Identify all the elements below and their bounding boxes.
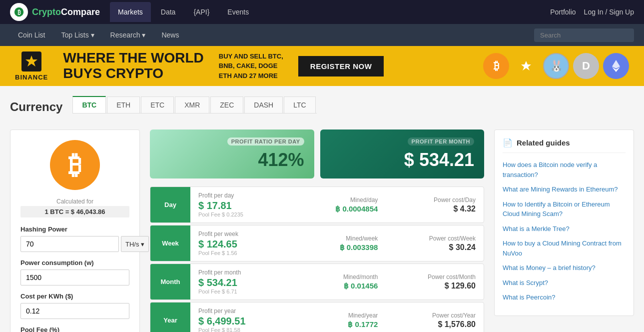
content-grid: ₿ Calculated for 1 BTC = $ 46,043.86 Has…	[10, 130, 634, 332]
hashing-power-label: Hashing Power	[20, 226, 129, 233]
btc-price-display: 1 BTC = $ 46,043.86	[20, 206, 129, 218]
mined-value: ฿ 0.0004854	[335, 204, 378, 214]
profit-month-value: $ 534.21	[404, 150, 474, 170]
sec-nav-news[interactable]: News	[153, 24, 187, 46]
banner-headline: WHERE THE WORLD BUYS CRYPTO	[63, 50, 204, 82]
profit-title: Profit per day	[198, 192, 234, 199]
hashing-power-unit[interactable]: TH/s ▾	[121, 236, 149, 252]
sec-nav-research[interactable]: Research ▾	[102, 24, 154, 46]
secondary-navigation: Coin List Top Lists ▾ Research ▾ News	[0, 24, 644, 46]
profit-row: Month Profit per month $ 534.21 Pool Fee…	[150, 264, 484, 300]
tab-ltc[interactable]: LTC	[284, 96, 315, 113]
cost-value: $ 4.32	[454, 204, 476, 214]
tab-btc[interactable]: BTC	[72, 96, 106, 113]
tab-eth[interactable]: ETH	[107, 96, 140, 113]
guide-link[interactable]: What are Mining Rewards in Ethereum?	[503, 184, 626, 194]
nav-data[interactable]: Data	[153, 2, 184, 22]
tab-xmr[interactable]: XMR	[175, 96, 209, 113]
svg-marker-3	[521, 61, 531, 70]
profit-row: Year Profit per year $ 6,499.51 Pool Fee…	[150, 302, 484, 332]
currency-tabs: BTC ETH ETC XMR ZEC DASH LTC	[72, 96, 316, 114]
period-label: Week	[150, 226, 190, 261]
sec-nav-toplists[interactable]: Top Lists ▾	[53, 24, 102, 46]
mined-value: ฿ 0.1772	[348, 320, 378, 329]
cost-cell: Power cost/Year $ 1,576.80	[386, 307, 484, 332]
mined-title: Mined/week	[346, 235, 378, 242]
pool-fee-label: Pool Fee (%)	[20, 326, 129, 332]
chevron-down-icon: ▾	[141, 240, 144, 248]
mined-title: Mined/year	[348, 312, 378, 319]
power-consumption-label: Power consumption (w)	[20, 259, 129, 266]
profit-amount: $ 534.21	[198, 277, 237, 288]
svg-text:₿: ₿	[17, 9, 21, 16]
profit-title: Profit per week	[198, 230, 238, 238]
guide-link[interactable]: How does a Bitcoin node verify a transac…	[503, 160, 626, 180]
guide-link[interactable]: What is Scrypt?	[503, 278, 626, 288]
calc-label: Calculated for	[56, 198, 93, 205]
profit-amount: $ 6,499.51	[198, 316, 246, 327]
cost-cell: Power cost/Week $ 30.24	[386, 230, 484, 257]
power-consumption-group: Power consumption (w)	[20, 259, 129, 286]
profit-amount: $ 17.81	[198, 200, 232, 212]
portfolio-link[interactable]: Portfolio	[550, 8, 576, 16]
guide-link[interactable]: How to buy a Cloud Mining Contract from …	[503, 238, 626, 258]
binance-logo-icon	[21, 52, 41, 72]
guide-link[interactable]: What is Peercoin?	[503, 292, 626, 302]
calculator-panel: ₿ Calculated for 1 BTC = $ 46,043.86 Has…	[10, 130, 140, 332]
nav-events[interactable]: Events	[219, 2, 257, 22]
profit-per-month-card: PROFIT PER MONTH $ 534.21	[320, 130, 485, 178]
cost-cell: Power cost/Month $ 129.60	[386, 268, 484, 296]
svg-marker-2	[25, 56, 37, 66]
banner-headline-line2: BUYS CRYPTO	[63, 66, 204, 82]
login-signup-link[interactable]: Log In / Sign Up	[584, 8, 634, 16]
profit-main: Profit per day $ 17.81 Pool Fee $ 0.2235	[190, 187, 288, 222]
btc-symbol: ₿	[68, 150, 81, 180]
cost-per-kwh-input[interactable]	[20, 303, 129, 319]
cost-per-kwh-group: Cost per KWh ($)	[20, 292, 129, 319]
binance-brand-text: BINANCE	[15, 74, 48, 81]
profit-ratio-value: 412%	[258, 150, 304, 170]
mined-cell: Mined/month ฿ 0.01456	[288, 268, 386, 296]
tab-zec[interactable]: ZEC	[210, 96, 243, 113]
profit-title: Profit per year	[198, 308, 236, 314]
tab-dash[interactable]: DASH	[244, 96, 283, 113]
mined-value: ฿ 0.01456	[344, 282, 378, 290]
mined-cell: Mined/year ฿ 0.1772	[288, 307, 386, 332]
cost-title: Power cost/Day	[434, 196, 476, 204]
guide-link[interactable]: What is a Merkle Tree?	[503, 224, 626, 234]
sec-nav-coinlist[interactable]: Coin List	[10, 24, 53, 46]
top-nav-right: Portfolio Log In / Sign Up	[550, 8, 634, 16]
power-consumption-input[interactable]	[20, 270, 129, 286]
profit-title: Profit per month	[198, 269, 241, 276]
profit-row: Week Profit per week $ 124.65 Pool Fee $…	[150, 225, 484, 262]
logo[interactable]: ₿ CryptoCompare	[10, 3, 100, 21]
nav-api[interactable]: {API}	[185, 2, 217, 22]
pool-fee: Pool Fee $ 0.2235	[198, 212, 243, 218]
profit-month-label: PROFIT PER MONTH	[408, 138, 474, 146]
cost-per-kwh-label: Cost per KWh ($)	[20, 292, 129, 300]
document-icon: 📄	[503, 138, 513, 148]
guide-link[interactable]: What is Money – a brief history?	[503, 263, 626, 273]
register-now-button[interactable]: REGISTER NOW	[298, 56, 384, 76]
hashing-power-input[interactable]	[20, 236, 119, 252]
guide-link[interactable]: How to Identify a Bitcoin or Ethereum Cl…	[503, 200, 626, 219]
nav-markets[interactable]: Markets	[110, 2, 151, 22]
binance-logo: BINANCE	[15, 52, 48, 81]
profit-main: Profit per week $ 124.65 Pool Fee $ 1.56	[190, 226, 288, 261]
tab-etc[interactable]: ETC	[141, 96, 174, 113]
profit-ratio-label: PROFIT RATIO PER DAY	[227, 138, 304, 146]
profit-ratio-card: PROFIT RATIO PER DAY 412%	[150, 130, 314, 178]
mined-value: ฿ 0.003398	[340, 243, 378, 252]
period-label: Month	[150, 264, 190, 300]
banner-headline-line1: WHERE THE WORLD	[63, 50, 204, 66]
results-panel: PROFIT RATIO PER DAY 412% PROFIT PER MON…	[150, 130, 484, 332]
svg-marker-4	[612, 60, 620, 68]
logo-text: CryptoCompare	[32, 7, 100, 18]
guides-list: How does a Bitcoin node verify a transac…	[503, 160, 626, 302]
search-container	[534, 28, 634, 42]
pool-fee-group: Pool Fee (%)	[20, 326, 129, 332]
profit-main: Profit per year $ 6,499.51 Pool Fee $ 81…	[190, 302, 288, 332]
logo-icon: ₿	[10, 3, 28, 21]
search-input[interactable]	[534, 28, 634, 42]
cost-value: $ 30.24	[449, 243, 476, 252]
